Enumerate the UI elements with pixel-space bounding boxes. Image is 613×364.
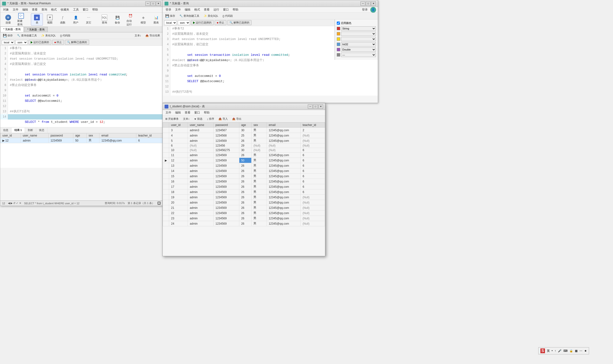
ime-star-icon[interactable]: ★ bbox=[584, 349, 587, 352]
tab-query-1[interactable]: * 无标题 - 查询 bbox=[0, 26, 24, 32]
ime-lang-label[interactable]: 英 bbox=[547, 349, 550, 353]
close-btn-table[interactable]: ✕ bbox=[318, 104, 323, 109]
toolbar-func[interactable]: ƒ 函数 bbox=[57, 13, 69, 26]
code-snippet-btn-1[interactable]: {} 代码段 bbox=[58, 33, 72, 38]
ime-up-arrow[interactable]: ↑ bbox=[555, 349, 556, 352]
connection-select-1[interactable]: local bbox=[2, 40, 14, 45]
menu-object[interactable]: 对象 bbox=[1, 7, 11, 12]
connection-select-2[interactable]: local bbox=[164, 20, 177, 25]
database-select-2[interactable]: ssm bbox=[178, 20, 190, 25]
ime-more-icon[interactable]: ⋯ bbox=[579, 349, 582, 352]
explain-btn-1[interactable]: 🔍 解释已选择的 bbox=[65, 40, 89, 45]
table-row[interactable]: 15admin123456926男12345@qq.com6 bbox=[163, 174, 325, 179]
menu-run-2[interactable]: 运行 bbox=[211, 7, 221, 12]
toolbar-view[interactable]: 👁 视图 bbox=[44, 13, 56, 26]
table-row[interactable]: 14admin123456926男12345@qq.com6 bbox=[163, 168, 325, 174]
minimize-btn-table[interactable]: ─ bbox=[308, 104, 313, 109]
color-select-2[interactable] bbox=[341, 32, 376, 36]
color-select-int32[interactable]: Int32 bbox=[341, 42, 376, 46]
ime-grid-icon[interactable]: ▦ bbox=[575, 349, 577, 352]
toolbar-user[interactable]: 👤 用户 bbox=[70, 13, 82, 26]
menu-edit-2[interactable]: 编辑 bbox=[183, 7, 192, 12]
ime-mic-icon[interactable]: 🎤 bbox=[558, 349, 561, 352]
run-selected-btn-1[interactable]: 运行已选择的 bbox=[28, 40, 51, 45]
col-teacherid[interactable]: teacher_id bbox=[301, 123, 325, 128]
code-editor-1[interactable]: 1 #事务T1 2 #设置隔离级别，读未提交 3 #set session tr… bbox=[0, 46, 163, 127]
text-toggle-btn-1[interactable]: 文本↕ bbox=[133, 33, 143, 38]
beautify-sql-btn-2[interactable]: ✨ 美化SQL bbox=[202, 13, 220, 18]
explain-btn-2[interactable]: 🔍 解释已选择的 bbox=[227, 20, 251, 25]
menu-window-1[interactable]: 窗口 bbox=[81, 7, 90, 12]
menu-view-2[interactable]: 查看 bbox=[202, 7, 211, 12]
toolbar-model[interactable]: ◈ 模型 bbox=[137, 13, 149, 26]
maximize-btn-2[interactable]: □ bbox=[366, 1, 371, 6]
save-query-btn-2[interactable]: 💾 保存 bbox=[164, 13, 177, 18]
code-snippet-btn-2[interactable]: {} 代码段 bbox=[221, 13, 235, 18]
table-row[interactable]: 18admin123456926男12345@qq.com6 bbox=[163, 189, 325, 195]
menu-view-table[interactable]: 查看 bbox=[183, 110, 192, 115]
table-row[interactable]: 13admin123456926男12345@qq.com6 bbox=[163, 163, 325, 168]
beautify-sql-btn-1[interactable]: ✨ 美化SQL bbox=[39, 33, 57, 38]
status-tab-1[interactable]: 状态 bbox=[36, 128, 47, 133]
export-results-btn-1[interactable]: 📤 导出结果 bbox=[144, 33, 162, 38]
menu-file-1[interactable]: 文件 bbox=[11, 7, 20, 12]
table-row[interactable]: 17admin123456926男12345@qq.com6 bbox=[163, 184, 325, 189]
menu-help-2[interactable]: 帮助 bbox=[231, 7, 240, 12]
ime-keyboard-icon[interactable]: ⌨ bbox=[563, 349, 567, 352]
toolbar-table[interactable]: ▦ 表 bbox=[31, 13, 43, 26]
table-row[interactable]: ▶12admin123456950男12345@qq.com6 bbox=[163, 158, 325, 163]
table-row[interactable]: 23admin123456926男12345@qq.com(Null) bbox=[163, 216, 325, 221]
text-toggle-btn-table[interactable]: 文本↕ bbox=[181, 116, 191, 121]
enable-color-checkbox[interactable] bbox=[337, 22, 340, 25]
toolbar-other[interactable]: ⋯ 其它 bbox=[83, 13, 95, 26]
table-row[interactable]: 3admin3123456730男12345@qq.com2 bbox=[163, 128, 325, 133]
menu-view-1[interactable]: 查看 bbox=[30, 7, 39, 12]
profile-tab-1[interactable]: 剖析 bbox=[25, 128, 36, 133]
table-row[interactable]: 24admin123456926男12345@qq.com(Null) bbox=[163, 221, 325, 226]
menu-edit-table[interactable]: 编辑 bbox=[173, 110, 183, 115]
color-select-null[interactable]: --- bbox=[341, 53, 376, 57]
results-tab-1[interactable]: 结果 1 bbox=[12, 128, 25, 133]
menu-format-1[interactable]: 格式 bbox=[49, 7, 59, 12]
user-avatar[interactable]: 👤 bbox=[370, 7, 376, 13]
save-query-btn-1[interactable]: 💾 保存 bbox=[1, 33, 14, 38]
close-btn-2[interactable]: ✕ bbox=[371, 1, 376, 6]
toolbar-autorun[interactable]: ⏰ 自动运行 bbox=[124, 12, 136, 27]
info-tab-1[interactable]: 信息 bbox=[0, 128, 12, 133]
col-sex[interactable]: sex bbox=[251, 123, 267, 128]
table-row[interactable]: 19admin123456926男12345@qq.com(Null) bbox=[163, 195, 325, 200]
toolbar-backup[interactable]: 💾 备份 bbox=[111, 13, 123, 26]
menu-help-1[interactable]: 帮助 bbox=[90, 7, 100, 12]
stop-btn-1[interactable]: ■ 停止 bbox=[52, 40, 64, 45]
stop-btn-2[interactable]: ■ 停止 bbox=[215, 20, 226, 25]
table-row[interactable]: 21admin123456926男12345@qq.com(Null) bbox=[163, 205, 325, 210]
toolbar-connect[interactable]: ⊕ 连接 bbox=[2, 13, 14, 26]
menu-favorites-1[interactable]: 收藏夹 bbox=[59, 7, 71, 12]
table-row[interactable]: 22admin123456926男12345@qq.com(Null) bbox=[163, 210, 325, 216]
menu-query-1[interactable]: 查询 bbox=[39, 7, 49, 12]
export-btn[interactable]: 📤 导出 bbox=[230, 116, 243, 121]
begin-transaction-btn[interactable]: ⊞ 开始事务 bbox=[164, 116, 180, 121]
color-select-string[interactable]: String bbox=[341, 26, 376, 31]
maximize-btn-1[interactable]: □ bbox=[151, 1, 156, 6]
minimize-btn-1[interactable]: ─ bbox=[145, 1, 150, 6]
minimize-btn-2[interactable]: ─ bbox=[361, 1, 365, 6]
col-email[interactable]: email bbox=[267, 123, 301, 128]
menu-file-2[interactable]: 文件 bbox=[173, 7, 183, 12]
filter-btn[interactable]: ▼ 筛选 bbox=[192, 116, 204, 121]
table-row[interactable]: 11admin123456926男12345@qq.com6 bbox=[163, 153, 325, 158]
tab-query-2[interactable]: * 无标题 - 查询 bbox=[24, 27, 48, 32]
color-select-double[interactable]: Double bbox=[341, 47, 376, 52]
table-row[interactable]: 20admin123456926男12345@qq.com(Null) bbox=[163, 200, 325, 205]
toolbar-query-btn[interactable]: SQL 查询 bbox=[98, 13, 110, 26]
menu-tools-1[interactable]: 工具 bbox=[71, 7, 81, 12]
menu-help-table[interactable]: 帮助 bbox=[202, 110, 211, 115]
login-label[interactable]: 登录 bbox=[360, 7, 370, 12]
menu-format-2[interactable]: 格式 bbox=[192, 7, 202, 12]
maximize-btn-table[interactable]: □ bbox=[313, 104, 318, 109]
query-builder-btn-2[interactable]: 🔧 查询创建工具 bbox=[178, 13, 201, 18]
menu-edit-1[interactable]: 编辑 bbox=[20, 7, 30, 12]
table-row[interactable]: ▶ 12 admin 1234569 50 男 12345@qq.com 6 bbox=[0, 138, 163, 143]
table-row[interactable]: 6(Null)12345629(Null)(Null)(Null) bbox=[163, 143, 325, 148]
menu-login[interactable]: 登录 bbox=[164, 7, 173, 12]
